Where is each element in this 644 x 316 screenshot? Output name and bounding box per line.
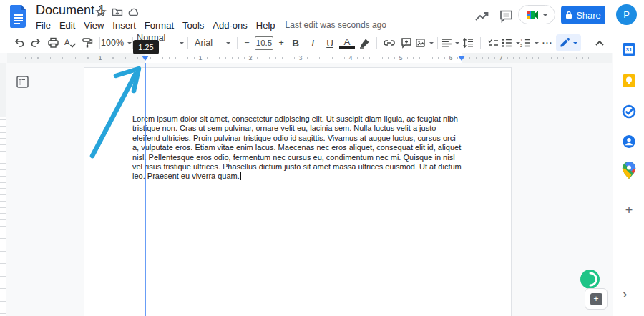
- ruler-label: 6: [447, 54, 455, 62]
- align-button[interactable]: [441, 34, 460, 51]
- toolbar: A 100% Normal text Arial − 10.5 + B I U …: [0, 33, 613, 53]
- italic-label: I: [305, 38, 321, 49]
- font-value: Arial: [195, 38, 213, 48]
- add-comment-button[interactable]: [398, 34, 415, 51]
- insert-link-button[interactable]: [381, 34, 398, 51]
- extension-status-icon[interactable]: [580, 270, 600, 289]
- right-indent-marker[interactable]: [458, 56, 465, 64]
- explore-plus: +: [593, 294, 598, 304]
- google-maps-icon[interactable]: [622, 162, 636, 179]
- plus-label: +: [278, 38, 283, 48]
- toolbar-divider: [99, 37, 100, 49]
- numbered-list-button[interactable]: 12: [520, 34, 539, 51]
- toolbar-divider: [480, 37, 481, 49]
- google-docs-logo-icon[interactable]: [10, 5, 27, 28]
- font-size-increase-button[interactable]: +: [275, 34, 287, 51]
- redo-button[interactable]: [27, 34, 44, 51]
- insert-image-button[interactable]: [415, 34, 434, 51]
- font-size-input[interactable]: 10.5: [255, 36, 273, 50]
- menu-file[interactable]: File: [31, 19, 55, 31]
- google-calendar-icon[interactable]: 31: [622, 42, 636, 56]
- last-edit-status[interactable]: Last edit was seconds ago: [286, 20, 386, 30]
- get-add-ons-button[interactable]: +: [622, 203, 636, 217]
- pencil-icon: [560, 38, 570, 48]
- menu-view[interactable]: View: [79, 19, 108, 31]
- toolbar-divider: [187, 37, 188, 49]
- margin-value: 1.25: [138, 43, 153, 51]
- google-contacts-icon[interactable]: [622, 134, 636, 149]
- font-select[interactable]: Arial: [192, 34, 233, 51]
- paragraph-text: Lorem ipsum dolor sit amet, consectetur …: [132, 114, 462, 180]
- paint-format-button[interactable]: [79, 34, 96, 51]
- highlight-color-button[interactable]: [356, 34, 373, 51]
- text-cursor: [240, 172, 242, 180]
- menu-tools[interactable]: Tools: [178, 19, 208, 31]
- outline-icon: [16, 76, 29, 88]
- bold-button[interactable]: B: [287, 34, 304, 51]
- comment-history-icon[interactable]: [499, 9, 514, 24]
- ruler-ticks: [25, 57, 590, 59]
- margin-drag-guide-line: [145, 61, 146, 316]
- bulleted-list-button[interactable]: [502, 34, 520, 51]
- google-keep-icon[interactable]: [622, 74, 636, 88]
- menu-addons[interactable]: Add-ons: [208, 19, 251, 31]
- underline-button[interactable]: U: [321, 34, 338, 51]
- meet-dropdown-caret: [543, 14, 547, 19]
- undo-button[interactable]: [10, 34, 27, 51]
- line-spacing-button[interactable]: [459, 34, 477, 51]
- activity-trending-icon[interactable]: [474, 9, 490, 24]
- document-text[interactable]: Lorem ipsum dolor sit amet, consectetur …: [132, 114, 462, 182]
- print-button[interactable]: [44, 34, 62, 51]
- cloud-saved-icon[interactable]: [128, 6, 140, 18]
- explore-icon: +: [590, 293, 602, 305]
- text-color-button[interactable]: A: [338, 34, 356, 51]
- menu-help[interactable]: Help: [252, 19, 280, 31]
- menu-format[interactable]: Format: [140, 19, 178, 31]
- image-caret: [429, 42, 434, 46]
- toolbar-divider: [237, 37, 238, 49]
- style-caret: [180, 42, 184, 46]
- spellcheck-button[interactable]: A: [62, 34, 79, 51]
- menu-insert[interactable]: Insert: [108, 19, 140, 31]
- hide-side-panel-chevron[interactable]: ›: [623, 286, 627, 302]
- explore-button[interactable]: +: [585, 288, 608, 310]
- text-color-label: A: [339, 37, 355, 49]
- minus-label: −: [244, 38, 249, 48]
- google-meet-button[interactable]: [518, 5, 555, 24]
- underline-label: U: [322, 38, 338, 49]
- svg-text:A: A: [64, 38, 70, 46]
- more-formats-button[interactable]: ⋯: [539, 34, 556, 51]
- italic-button[interactable]: I: [304, 34, 321, 51]
- vertical-ruler-active: [0, 117, 6, 316]
- vertical-ruler[interactable]: [0, 63, 6, 316]
- avatar-initial: P: [623, 9, 630, 20]
- star-icon[interactable]: [95, 6, 107, 18]
- numbered-list-caret: [535, 42, 539, 46]
- menu-edit[interactable]: Edit: [55, 19, 79, 31]
- ruler-label: 1: [196, 54, 205, 62]
- show-outline-button[interactable]: [14, 74, 30, 89]
- document-canvas[interactable]: Lorem ipsum dolor sit amet, consectetur …: [0, 63, 613, 316]
- move-to-folder-icon[interactable]: [112, 6, 123, 18]
- google-tasks-icon[interactable]: [622, 104, 636, 119]
- svg-text:2: 2: [520, 44, 522, 48]
- left-indent-marker[interactable]: [142, 56, 149, 64]
- google-docs-app: Document 1 File Edit View Insert Format …: [0, 0, 644, 316]
- chevron-glyph: ›: [623, 286, 627, 301]
- share-button[interactable]: Share: [561, 6, 605, 24]
- zoom-value: 100%: [101, 38, 124, 48]
- ruler-label: 5: [396, 54, 405, 62]
- document-page[interactable]: [84, 67, 512, 316]
- zoom-select[interactable]: 100%: [104, 34, 129, 51]
- ruler-label: 2: [246, 54, 255, 62]
- collapse-toolbar-button[interactable]: [591, 34, 608, 51]
- toolbar-divider: [587, 37, 587, 49]
- menubar: File Edit View Insert Format Tools Add-o…: [31, 19, 386, 31]
- side-panel: 31 +: [613, 33, 644, 316]
- font-size-decrease-button[interactable]: −: [241, 34, 253, 51]
- bold-label: B: [288, 38, 303, 49]
- editing-mode-button[interactable]: [556, 34, 581, 51]
- toolbar-divider: [376, 37, 377, 49]
- checklist-button[interactable]: [484, 34, 502, 51]
- account-avatar[interactable]: P: [616, 4, 637, 25]
